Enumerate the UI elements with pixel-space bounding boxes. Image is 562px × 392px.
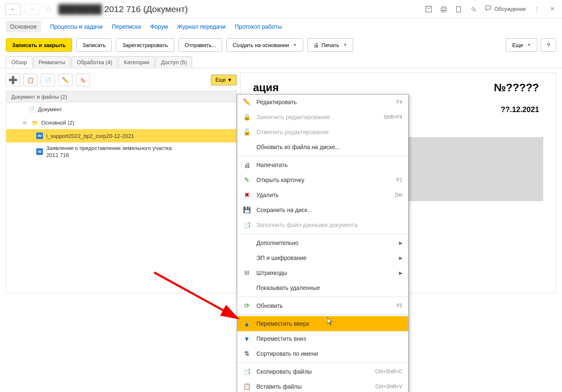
svg-rect-0: [426, 6, 432, 12]
navigation-tabs: Основное Процессы и задачи Переписка Фор…: [0, 18, 562, 35]
tree-row-document[interactable]: 📄 Документ: [6, 102, 236, 116]
menu-move-down[interactable]: ▼Переместить вниз: [237, 331, 408, 346]
chevron-down-icon: ▼: [227, 77, 232, 83]
nav-tab-protocol[interactable]: Протокол работы: [235, 23, 282, 30]
chevron-down-icon: ▼: [527, 43, 531, 47]
menu-refresh[interactable]: ⟳ОбновитьF5: [237, 298, 408, 313]
chevron-down-icon: ▼: [293, 43, 297, 47]
printer-icon: 🖨: [243, 161, 251, 169]
menu-copy-files[interactable]: 📑Скопировать файлыCtrl+Shift+C: [237, 364, 408, 379]
save-button[interactable]: Записать: [76, 38, 112, 52]
create-based-on-button[interactable]: Создать на основании▼: [226, 38, 303, 52]
menu-update-from-file[interactable]: Обновить из файла на диске...: [237, 140, 408, 155]
menu-delete[interactable]: ✖УдалитьDel: [237, 187, 408, 202]
menu-paste-files[interactable]: 📋Вставить файлыCtrl+Shift+V: [237, 379, 408, 392]
scan-button[interactable]: 📋: [23, 74, 38, 86]
menu-signature[interactable]: ЭП и шифрование▶: [237, 250, 408, 265]
register-button[interactable]: Зарегистрировать: [116, 38, 174, 52]
plus-icon: ➕: [8, 75, 18, 85]
document-icon: 📄: [45, 77, 52, 83]
menu-edit[interactable]: ✏️РедактироватьF4: [237, 95, 408, 110]
menu-print[interactable]: 🖨Напечатать: [237, 157, 408, 172]
word-icon: W: [36, 148, 43, 155]
menu-additional[interactable]: Дополнительно▶: [237, 235, 408, 250]
nav-tab-processes[interactable]: Процессы и задачи: [50, 23, 103, 30]
discussion-button[interactable]: Обсуждение: [484, 5, 526, 13]
barcode-icon: ⦀⦀: [243, 269, 251, 277]
tree-row-file-1[interactable]: W l_support2022_bp2_corp20-12-2021: [6, 129, 236, 142]
more-button[interactable]: Еще▼: [506, 38, 537, 52]
lock-icon: 🔒: [243, 113, 251, 121]
stamp-icon: 🔖: [80, 77, 87, 83]
edit-button[interactable]: ✏️: [58, 74, 73, 86]
delete-icon: ✖: [243, 191, 251, 199]
fill-icon: 📑: [243, 221, 251, 229]
word-icon: W: [36, 132, 43, 139]
menu-finish-edit: 🔒Закончить редактированиеShift+F4: [237, 110, 408, 125]
chevron-right-icon: ▶: [399, 270, 402, 276]
files-panel: ➕ 📋 📄 ✏️ 🔖 Еще▼ Документ и файлы (2) 📄 Д…: [6, 72, 237, 293]
files-toolbar: ➕ 📋 📄 ✏️ 🔖 Еще▼: [6, 72, 237, 87]
svg-rect-5: [457, 7, 461, 12]
subtab-access[interactable]: Доступ (5): [156, 56, 192, 68]
main-toolbar: Записать и закрыть Записать Зарегистриро…: [0, 35, 562, 55]
send-button[interactable]: Отправить...: [178, 38, 222, 52]
document-icon: 📄: [29, 106, 35, 112]
sub-tabs: Обзор Реквизиты Обработка (4) Категории …: [0, 55, 562, 68]
close-button[interactable]: ×: [547, 5, 557, 13]
pencil-icon: ✏️: [243, 98, 251, 106]
folder-icon: 📁: [32, 120, 38, 125]
nav-tab-journal[interactable]: Журнал передачи: [177, 23, 226, 30]
favorite-star-icon[interactable]: ☆: [43, 4, 53, 14]
pencil-icon: ✏️: [62, 77, 69, 83]
tree-row-folder[interactable]: ⊖ 📁 Основной (2): [6, 116, 236, 129]
kebab-menu-icon[interactable]: ⋮: [532, 5, 541, 13]
subtab-details[interactable]: Реквизиты: [33, 56, 71, 68]
chevron-right-icon: ▶: [399, 240, 402, 246]
printer-icon: 🖨: [314, 42, 319, 48]
forward-button: →: [24, 3, 40, 15]
print-button[interactable]: 🖨Печать▼: [307, 38, 354, 52]
titlebar: ← → ☆ ███████ 2012 716 (Документ) Обсужд…: [0, 0, 562, 18]
new-doc-button[interactable]: 📄: [41, 74, 55, 86]
window-title: ███████ 2012 716 (Документ): [58, 4, 188, 14]
nav-tab-correspondence[interactable]: Переписка: [112, 23, 141, 30]
unlock-icon: 🔓: [243, 128, 251, 136]
add-button[interactable]: ➕: [6, 74, 20, 86]
arrow-up-icon: ▲: [243, 320, 251, 327]
menu-move-up[interactable]: ▲Переместить вверх: [237, 316, 408, 331]
subtab-processing[interactable]: Обработка (4): [71, 56, 118, 68]
menu-barcodes[interactable]: ⦀⦀Штрихкоды▶: [237, 265, 408, 280]
nav-tab-forum[interactable]: Форум: [150, 23, 168, 30]
save-and-close-button[interactable]: Записать и закрыть: [6, 38, 72, 52]
link-icon[interactable]: [469, 5, 478, 13]
files-more-button[interactable]: Еще▼: [211, 75, 237, 85]
subtab-overview[interactable]: Обзор: [6, 56, 33, 68]
clipboard-icon[interactable]: [454, 5, 463, 13]
scanner-icon: 📋: [27, 77, 34, 83]
arrow-right-icon: →: [30, 6, 35, 12]
menu-save-to-disk[interactable]: 💾Сохранить на диск...: [237, 202, 408, 217]
nav-tab-main[interactable]: Основное: [6, 21, 41, 32]
refresh-icon: ⟳: [243, 302, 251, 310]
chevron-right-icon: ▶: [399, 255, 402, 261]
collapse-icon[interactable]: ⊖: [23, 120, 29, 125]
menu-show-deleted[interactable]: Показывать удаленные: [237, 280, 408, 295]
pencil-icon: ✎: [243, 176, 251, 184]
help-button[interactable]: ?: [541, 38, 556, 52]
stamp-button[interactable]: 🔖: [76, 74, 90, 86]
arrow-left-icon: ←: [10, 6, 16, 12]
subtab-categories[interactable]: Категории: [118, 56, 155, 68]
menu-open-card[interactable]: ✎Открыть карточкуF2: [237, 172, 408, 187]
chat-icon: [484, 5, 492, 13]
chevron-down-icon: ▼: [343, 43, 347, 47]
paste-icon: 📋: [243, 383, 251, 390]
save-icon: 💾: [243, 206, 251, 214]
menu-fill-from-doc: 📑Заполнить файл данными документа: [237, 217, 408, 232]
tree-row-file-2[interactable]: W Заявление о предоставлении земельного …: [6, 142, 236, 161]
context-menu: ✏️РедактироватьF4 🔒Закончить редактирова…: [237, 94, 409, 392]
print-icon[interactable]: [439, 5, 448, 13]
menu-sort-by-name[interactable]: ⇅Сортировать по имени: [237, 346, 408, 361]
back-button[interactable]: ←: [5, 3, 21, 15]
save-icon[interactable]: [424, 5, 433, 13]
